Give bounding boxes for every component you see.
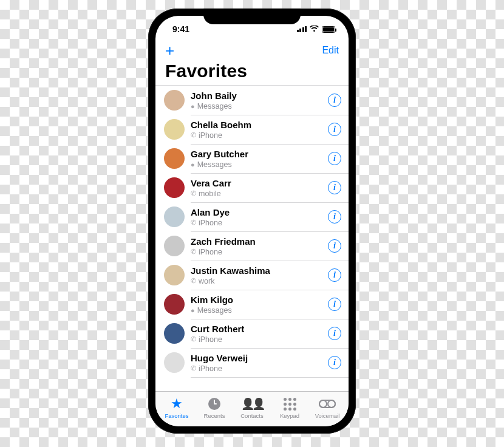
phone-handset-icon: ✆ — [191, 364, 196, 372]
tab-label: Keypad — [280, 412, 299, 419]
edit-button[interactable]: Edit — [322, 45, 339, 56]
star-icon: ★ — [171, 397, 183, 411]
avatar — [164, 323, 185, 344]
favorite-row[interactable]: Gary Butcher●Messagesi — [155, 144, 349, 173]
contact-subtitle: ●Messages — [191, 160, 323, 169]
message-bubble-icon: ● — [191, 161, 195, 168]
contact-subtitle: ✆work — [191, 277, 323, 285]
notch — [203, 9, 301, 24]
avatar — [164, 294, 185, 315]
favorite-row[interactable]: Vera Carr✆mobilei — [155, 173, 349, 202]
avatar — [164, 206, 185, 227]
contact-subtitle-label: Messages — [197, 102, 232, 111]
contact-subtitle-label: iPhone — [199, 364, 222, 373]
row-text: Curt Rothert✆iPhone — [191, 324, 323, 344]
tab-label: Recents — [204, 412, 225, 419]
info-button[interactable]: i — [328, 327, 341, 340]
tab-favorites[interactable]: ★Favorites — [158, 397, 196, 419]
row-text: Vera Carr✆mobile — [191, 178, 323, 198]
info-button[interactable]: i — [328, 356, 341, 369]
tab-label: Contacts — [240, 412, 264, 419]
contact-subtitle-label: mobile — [199, 189, 221, 198]
tab-label: Voicemail — [315, 412, 340, 419]
phone-handset-icon: ✆ — [191, 277, 196, 285]
message-bubble-icon: ● — [191, 103, 195, 110]
avatar — [164, 265, 185, 285]
avatar — [164, 119, 185, 140]
phone-handset-icon: ✆ — [191, 219, 196, 227]
info-button[interactable]: i — [328, 94, 341, 107]
tab-contacts[interactable]: 👤👤Contacts — [233, 397, 271, 419]
phone-handset-icon: ✆ — [191, 335, 196, 343]
favorite-row[interactable]: Hugo Verweij✆iPhonei — [155, 348, 349, 377]
tab-voicemail[interactable]: Voicemail — [308, 397, 346, 419]
info-button[interactable]: i — [328, 152, 341, 165]
status-indicators — [297, 26, 336, 33]
favorites-list[interactable]: John Baily●MessagesiChella Boehm✆iPhonei… — [155, 85, 349, 391]
contact-subtitle: ✆mobile — [191, 189, 323, 198]
info-button[interactable]: i — [328, 268, 341, 282]
contact-subtitle: ✆iPhone — [191, 219, 323, 227]
page-title: Favorites — [155, 61, 349, 85]
tab-keypad[interactable]: Keypad — [271, 397, 308, 419]
contact-subtitle-label: iPhone — [199, 219, 222, 227]
contact-name: Alan Dye — [191, 207, 323, 218]
voicemail-icon — [319, 397, 336, 411]
contact-subtitle-label: iPhone — [199, 335, 222, 344]
status-time: 9:41 — [172, 24, 189, 34]
contact-subtitle-label: iPhone — [199, 248, 222, 256]
contact-subtitle: ✆iPhone — [191, 131, 323, 140]
clock-icon — [208, 397, 220, 411]
contact-name: Kim Kilgo — [191, 295, 323, 305]
row-text: Justin Kawashima✆work — [191, 265, 323, 285]
favorite-row[interactable]: Curt Rothert✆iPhonei — [155, 319, 349, 348]
phone-handset-icon: ✆ — [191, 189, 196, 197]
contact-name: Justin Kawashima — [191, 265, 323, 276]
avatar — [164, 177, 185, 198]
phone-handset-icon: ✆ — [191, 131, 196, 139]
favorite-row[interactable]: Zach Friedman✆iPhonei — [155, 231, 349, 261]
contact-name: Chella Boehm — [191, 120, 323, 131]
favorite-row[interactable]: Justin Kawashima✆worki — [155, 261, 349, 290]
favorite-row[interactable]: Chella Boehm✆iPhonei — [155, 115, 349, 144]
tab-bar: ★FavoritesRecents👤👤ContactsKeypadVoicema… — [155, 391, 349, 426]
favorite-row[interactable]: Kim Kilgo●Messagesi — [155, 290, 349, 319]
contact-subtitle-label: work — [199, 277, 214, 285]
device-frame: 9:41 + Edit Favorites John Baily●Message… — [148, 9, 356, 434]
row-text: John Baily●Messages — [191, 90, 323, 111]
contact-subtitle: ✆iPhone — [191, 248, 323, 256]
battery-icon — [322, 26, 335, 33]
phone-handset-icon: ✆ — [191, 248, 196, 256]
row-text: Alan Dye✆iPhone — [191, 207, 323, 227]
info-button[interactable]: i — [328, 239, 341, 253]
contact-subtitle: ●Messages — [191, 306, 323, 315]
row-text: Zach Friedman✆iPhone — [191, 236, 323, 256]
favorite-row[interactable]: Alan Dye✆iPhonei — [155, 202, 349, 231]
nav-bar: + Edit — [155, 41, 349, 61]
info-button[interactable]: i — [328, 123, 341, 136]
contact-name: John Baily — [191, 90, 323, 101]
add-button[interactable]: + — [165, 43, 174, 58]
contact-subtitle: ✆iPhone — [191, 364, 323, 373]
info-button[interactable]: i — [328, 298, 341, 311]
contact-subtitle: ●Messages — [191, 102, 323, 111]
contact-name: Zach Friedman — [191, 236, 323, 247]
contact-subtitle-label: Messages — [197, 306, 232, 315]
contact-name: Hugo Verweij — [191, 353, 323, 364]
info-button[interactable]: i — [328, 210, 341, 224]
contact-subtitle-label: iPhone — [199, 131, 222, 140]
contact-subtitle-label: Messages — [197, 160, 232, 169]
tab-recents[interactable]: Recents — [196, 397, 233, 419]
wifi-icon — [310, 26, 319, 33]
avatar — [164, 148, 185, 169]
cellular-signal-icon — [297, 26, 307, 32]
contact-name: Curt Rothert — [191, 324, 323, 335]
avatar — [164, 236, 185, 256]
row-text: Gary Butcher●Messages — [191, 149, 323, 169]
favorite-row[interactable]: John Baily●Messagesi — [155, 86, 349, 115]
contact-name: Vera Carr — [191, 178, 323, 189]
message-bubble-icon: ● — [191, 307, 195, 314]
tab-label: Favorites — [165, 412, 188, 419]
contact-name: Gary Butcher — [191, 149, 323, 160]
info-button[interactable]: i — [328, 181, 341, 194]
